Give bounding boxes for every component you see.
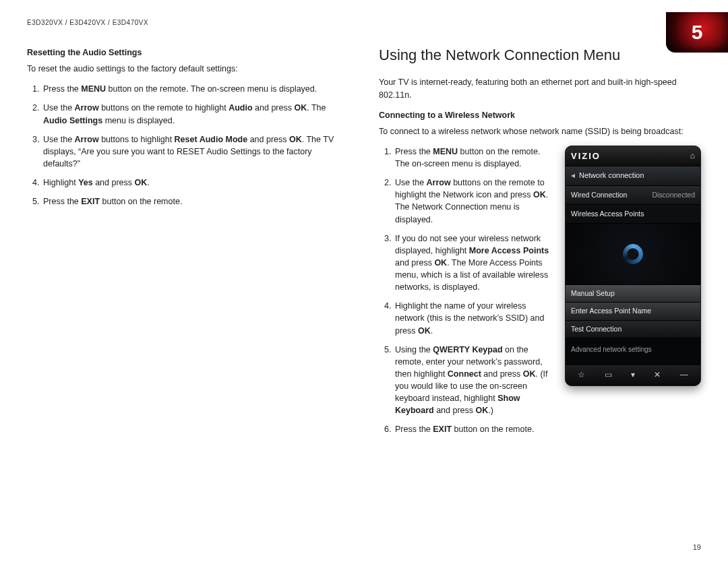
wap-label: Wireless Access Points (571, 209, 644, 219)
device-softkeys: ☆ ▭ ▾ ✕ — (566, 365, 700, 385)
section-heading: Using the Network Connection Menu (379, 46, 701, 64)
left-intro: To reset the audio settings to the facto… (27, 63, 349, 75)
chapter-badge: 5 (666, 12, 728, 53)
wired-value: Disconnected (652, 190, 695, 200)
advanced-row: Advanced network settings (566, 338, 700, 366)
dash-icon: — (680, 369, 688, 381)
left-column: Resetting the Audio Settings To reset th… (27, 46, 349, 445)
device-breadcrumb: ◂ Network connection (566, 166, 700, 185)
left-step-3: Use the Arrow buttons to highlight Reset… (42, 133, 349, 170)
left-step-5: Press the EXIT button on the remote. (42, 195, 349, 208)
spinner-icon (623, 244, 643, 264)
left-title: Resetting the Audio Settings (27, 46, 349, 59)
test-connection-row: Test Connection (566, 321, 700, 338)
right-step-3: If you do not see your wireless network … (394, 232, 555, 294)
home-icon: ⌂ (690, 150, 695, 162)
back-icon: ◂ (571, 170, 575, 181)
device-title: Network connection (579, 170, 644, 181)
right-steps: Press the MENU button on the remote. The… (379, 146, 555, 436)
left-step-2: Use the Arrow buttons on the remote to h… (42, 102, 349, 126)
wired-label: Wired Connection (571, 190, 627, 200)
right-step-1: Press the MENU button on the remote. The… (394, 146, 555, 170)
enter-ap-row: Enter Access Point Name (566, 303, 700, 320)
left-step-1: Press the MENU button on the remote. The… (42, 83, 349, 95)
right-step-4: Highlight the name of your wireless netw… (394, 300, 555, 336)
close-icon: ✕ (654, 369, 661, 381)
left-steps: Press the MENU button on the remote. The… (27, 83, 349, 208)
right-column: Using the Network Connection Menu Your T… (379, 46, 701, 445)
right-sub-intro: To connect to a wireless network whose n… (379, 125, 701, 137)
model-numbers: E3D320VX / E3D420VX / E3D470VX (27, 19, 701, 26)
star-icon: ☆ (578, 369, 585, 381)
window-icon: ▭ (605, 369, 612, 381)
right-step-2: Use the Arrow buttons on the remote to h… (394, 177, 555, 226)
device-screenshot: VIZIO ⌂ ◂ Network connection Wired Conne… (565, 146, 701, 386)
loading-row (566, 224, 700, 285)
page-number: 19 (693, 543, 701, 551)
wired-row: Wired Connection Disconnected (566, 186, 700, 205)
device-brand: VIZIO (571, 152, 601, 160)
wap-row: Wireless Access Points (566, 205, 700, 224)
right-step-6: Press the EXIT button on the remote. (394, 423, 555, 435)
manual-setup-row: Manual Setup (566, 285, 700, 303)
bookmark-icon: ▾ (631, 369, 635, 381)
right-intro: Your TV is internet-ready, featuring bot… (379, 76, 701, 100)
left-step-4: Highlight Yes and press OK. (42, 177, 349, 189)
right-step-5: Using the QWERTY Keypad on the remote, e… (394, 344, 555, 417)
right-subtitle: Connecting to a Wireless Network (379, 109, 701, 121)
